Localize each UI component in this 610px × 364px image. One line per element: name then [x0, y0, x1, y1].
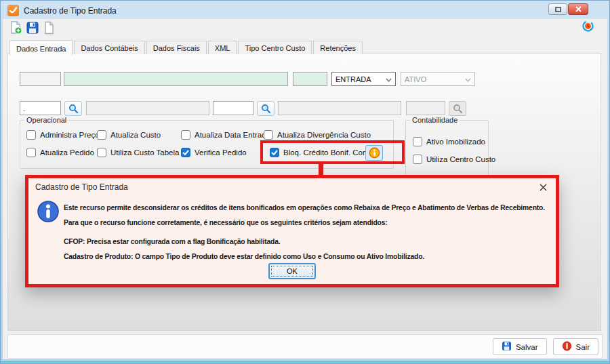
tab-label: Dados Fiscais	[153, 44, 200, 52]
chevron-down-icon	[386, 75, 392, 83]
checkbox-icon	[413, 155, 422, 164]
app-window: Cadastro de Tipo Entrada	[0, 0, 610, 364]
tab-tipo-centro-custo[interactable]: Tipo Centro Custo	[238, 41, 312, 54]
window-title: Cadastro de Tipo Entrada	[24, 6, 117, 16]
checkbox-verifica-pedido[interactable]: Verifica Pedido	[181, 148, 247, 157]
tipo-plano-conta-desc-field	[86, 101, 209, 115]
new-record-icon[interactable]	[9, 21, 22, 35]
tab-dados-entrada[interactable]: Dados Entrada	[9, 40, 73, 55]
checkbox-atualiza-custo[interactable]: Atualiza Custo	[97, 130, 161, 140]
dialog-close-icon[interactable]	[537, 181, 549, 193]
tipo-lancamento-value: ENTRADA	[336, 75, 371, 83]
produto-input[interactable]	[213, 101, 253, 115]
tab-label: XML	[215, 44, 230, 52]
checkbox-icon	[264, 130, 273, 140]
close-button[interactable]	[568, 3, 588, 15]
checkbox-label: Utiliza Custo Tabela	[110, 148, 179, 157]
grupo-ativo-search-button	[449, 101, 466, 116]
save-button[interactable]: Salvar	[493, 338, 547, 355]
tab-dados-contabeis[interactable]: Dados Contábeis	[74, 41, 144, 54]
clear-record-icon[interactable]	[42, 21, 56, 35]
restore-button[interactable]	[548, 3, 567, 15]
situacao-value: ATIVO	[405, 75, 426, 83]
tab-retencoes[interactable]: Retenções	[313, 41, 363, 54]
exit-button[interactable]: Sair	[553, 338, 598, 355]
annotation-red-box	[260, 140, 405, 164]
checkbox-atualiza-divergencia-custo[interactable]: Atualiza Divergência Custo	[264, 130, 371, 140]
produto-search-button[interactable]	[257, 101, 274, 116]
tab-xml[interactable]: XML	[208, 41, 237, 54]
title-bar: Cadastro de Tipo Entrada	[3, 3, 607, 18]
save-button-label: Salvar	[516, 343, 538, 351]
checkbox-atualiza-pedido[interactable]: Atualiza Pedido	[26, 148, 94, 157]
codigo-input[interactable]	[20, 72, 61, 86]
dialog-text-line: Cadastro de Produto: O campo Tipo de Pro…	[64, 252, 424, 260]
contabilidade-groupbox: Contabilidade	[405, 116, 489, 184]
checkbox-administra-preco[interactable]: Administra Preço	[26, 130, 100, 140]
dialog-text-line: Para que o recurso funcione corretamente…	[64, 218, 388, 226]
dialog-text-line: CFOP: Precisa estar configurada com a fl…	[64, 237, 280, 245]
checkbox-icon	[26, 130, 36, 140]
dialog-title: Cadastro de Tipo Entrada	[35, 182, 128, 192]
tab-label: Retenções	[320, 44, 356, 52]
tab-dados-fiscais[interactable]: Dados Fiscais	[146, 41, 207, 54]
checkbox-label: Atualiza Custo	[110, 131, 161, 139]
checkbox-label: Atualiza Data Entrada	[195, 131, 270, 139]
checkbox-label: Verifica Pedido	[195, 148, 247, 157]
checkbox-icon	[97, 130, 106, 140]
checkbox-icon	[97, 148, 106, 157]
tipo-lancamento-select[interactable]: ENTRADA	[331, 72, 396, 86]
checkbox-label: Atualiza Pedido	[40, 148, 94, 157]
checkbox-label: Ativo Imobilizado	[426, 138, 485, 146]
history-icon[interactable]	[582, 20, 594, 32]
tab-strip: Dados Entrada Dados Contábeis Dados Fisc…	[9, 39, 364, 54]
operacional-legend: Operacional	[24, 116, 68, 124]
ok-button[interactable]: OK	[268, 263, 316, 279]
checkbox-label: Atualiza Divergência Custo	[277, 131, 371, 139]
checkbox-icon	[181, 148, 190, 157]
bloq-info-button[interactable]	[365, 145, 383, 161]
especie-input[interactable]	[293, 72, 327, 86]
message-dialog: Cadastro de Tipo Entrada Este recurso pe…	[25, 175, 559, 287]
checkbox-label: Administra Preço	[40, 131, 100, 139]
grupo-ativo-input	[406, 101, 445, 115]
tipo-plano-conta-input[interactable]	[20, 101, 61, 115]
checkbox-label: Utiliza Centro Custo	[426, 155, 495, 163]
app-logo-icon	[7, 5, 19, 16]
checkbox-utiliza-centro-custo[interactable]: Utiliza Centro Custo	[413, 155, 495, 164]
checkbox-utiliza-custo-tabela[interactable]: Utiliza Custo Tabela	[97, 148, 179, 157]
info-icon	[37, 200, 60, 226]
save-toolbar-icon[interactable]	[26, 21, 39, 35]
contabilidade-legend: Contabilidade	[410, 116, 460, 124]
exit-icon	[562, 341, 572, 352]
produto-desc-field	[278, 101, 401, 115]
tab-label: Tipo Centro Custo	[245, 44, 305, 52]
save-icon	[502, 341, 512, 352]
exit-button-label: Sair	[576, 343, 590, 351]
checkbox-icon	[413, 137, 422, 146]
checkbox-atualiza-data-entrada[interactable]: Atualiza Data Entrada	[181, 130, 270, 140]
checkbox-ativo-imobilizado[interactable]: Ativo Imobilizado	[413, 137, 485, 146]
tab-label: Dados Entrada	[16, 45, 66, 53]
checkbox-icon	[26, 148, 36, 157]
tipo-plano-conta-search-button[interactable]	[64, 101, 82, 116]
tab-label: Dados Contábeis	[81, 44, 138, 52]
dialog-header: Cadastro de Tipo Entrada	[28, 178, 556, 196]
descricao-input[interactable]	[64, 72, 288, 86]
chevron-down-icon	[465, 75, 471, 83]
dialog-text-line: Este recurso permite desconsiderar os cr…	[64, 203, 545, 211]
situacao-select: ATIVO	[401, 72, 475, 86]
checkbox-icon	[181, 130, 190, 140]
footer-buttons: Salvar Sair	[493, 338, 598, 355]
